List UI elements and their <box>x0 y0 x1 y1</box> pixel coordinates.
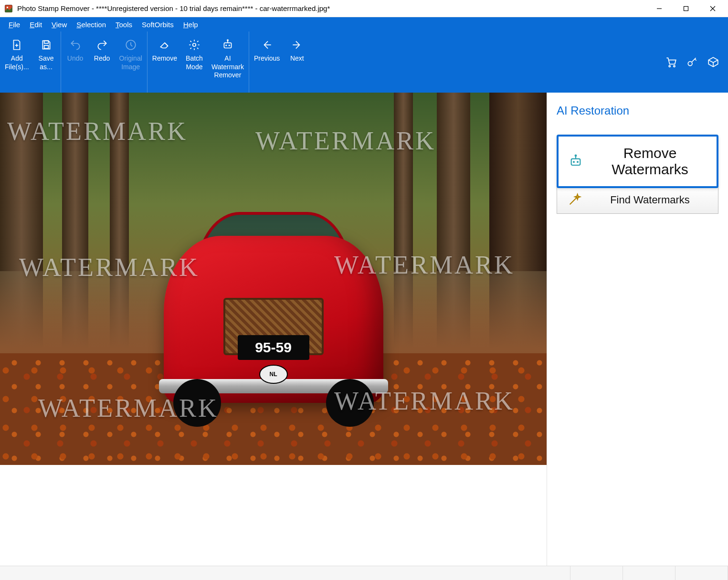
svg-line-11 <box>165 43 168 46</box>
menubar: File Edit View Selection Tools SoftOrbit… <box>0 17 728 32</box>
gear-icon <box>188 37 200 53</box>
toolbar: Add File(s)... Save as... Undo Redo Orig… <box>0 32 728 93</box>
add-files-button[interactable]: Add File(s)... <box>1 34 33 90</box>
menu-softorbits[interactable]: SoftOrbits <box>137 19 179 31</box>
statusbar <box>0 566 728 580</box>
close-button[interactable] <box>699 0 726 17</box>
svg-rect-9 <box>44 45 48 49</box>
svg-point-27 <box>575 155 577 157</box>
window-title: Photo Stamp Remover - ****Unregistered v… <box>17 4 646 12</box>
wand-icon <box>567 192 582 208</box>
svg-point-24 <box>573 161 575 163</box>
svg-point-25 <box>577 161 579 163</box>
robot-icon <box>222 37 234 53</box>
undo-icon <box>69 37 82 53</box>
svg-rect-23 <box>571 159 580 165</box>
svg-point-22 <box>688 62 692 66</box>
save-icon <box>40 37 53 53</box>
batch-mode-button[interactable]: Batch Mode <box>181 34 208 90</box>
maximize-button[interactable] <box>673 0 699 17</box>
undo-button[interactable]: Undo <box>62 34 89 90</box>
svg-point-21 <box>674 65 675 67</box>
find-watermarks-button[interactable]: Find Watermarks <box>557 186 718 214</box>
svg-rect-13 <box>224 43 231 48</box>
svg-point-17 <box>227 40 228 41</box>
original-image-button[interactable]: Original Image <box>116 34 146 90</box>
add-file-icon <box>11 37 23 53</box>
history-icon <box>125 37 137 53</box>
canvas-area: 95-59 NL WATERMARK WATERMARK WATERMARK W… <box>0 93 547 566</box>
menu-view[interactable]: View <box>47 19 72 31</box>
redo-button[interactable]: Redo <box>89 34 116 90</box>
svg-point-12 <box>193 43 196 47</box>
svg-point-14 <box>225 44 227 46</box>
svg-point-1 <box>7 6 8 8</box>
menu-selection[interactable]: Selection <box>72 19 111 31</box>
arrow-left-icon <box>261 37 273 53</box>
robot-icon <box>568 154 583 169</box>
key-icon[interactable] <box>685 55 699 69</box>
svg-point-15 <box>229 44 230 46</box>
license-plate: 95-59 <box>238 335 309 360</box>
save-as-button[interactable]: Save as... <box>33 34 60 90</box>
previous-button[interactable]: Previous <box>250 34 284 90</box>
country-badge: NL <box>259 365 288 384</box>
image-viewport[interactable]: 95-59 NL WATERMARK WATERMARK WATERMARK W… <box>0 93 547 465</box>
menu-help[interactable]: Help <box>179 19 203 31</box>
package-icon[interactable] <box>706 55 720 69</box>
panel-title: AI Restoration <box>557 104 718 117</box>
remove-watermarks-button[interactable]: Remove Watermarks <box>557 135 718 188</box>
canvas-empty-area <box>0 465 547 566</box>
menu-tools[interactable]: Tools <box>111 19 137 31</box>
svg-rect-8 <box>44 41 48 43</box>
eraser-icon <box>158 37 171 53</box>
remove-button[interactable]: Remove <box>148 34 181 90</box>
app-icon <box>4 4 13 13</box>
content-area: 95-59 NL WATERMARK WATERMARK WATERMARK W… <box>0 93 728 566</box>
menu-file[interactable]: File <box>4 19 25 31</box>
right-panel: AI Restoration Remove Watermarks Find Wa… <box>547 93 728 566</box>
arrow-right-icon <box>291 37 303 53</box>
minimize-button[interactable] <box>646 0 673 17</box>
car-illustration: 95-59 NL <box>164 202 383 432</box>
svg-point-20 <box>669 65 670 67</box>
svg-rect-3 <box>684 6 688 11</box>
titlebar: Photo Stamp Remover - ****Unregistered v… <box>0 0 728 17</box>
ai-watermark-remover-button[interactable]: AI Watermark Remover <box>208 34 248 90</box>
cart-icon[interactable] <box>664 55 678 69</box>
menu-edit[interactable]: Edit <box>25 19 47 31</box>
redo-icon <box>96 37 108 53</box>
next-button[interactable]: Next <box>284 34 310 90</box>
